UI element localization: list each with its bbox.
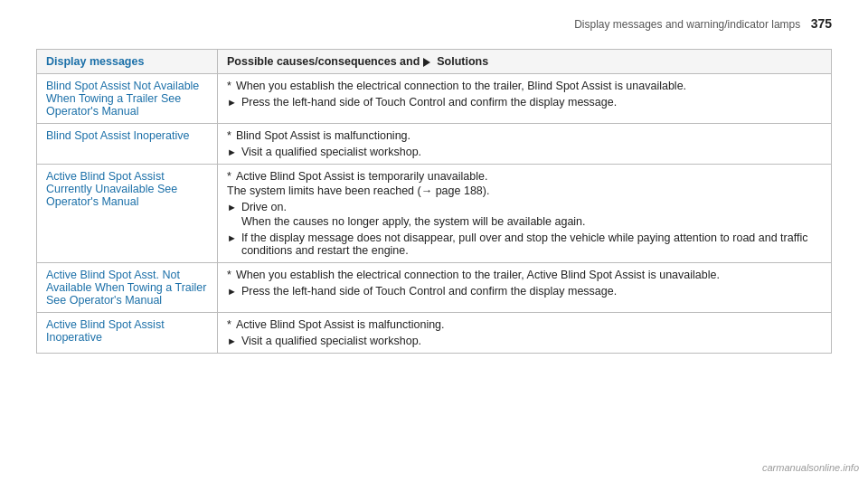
arrow-icon: ►: [227, 146, 237, 157]
arrow-icon: ►: [227, 97, 237, 108]
cause-text: Active Blind Spot Assist is malfunctioni…: [236, 318, 445, 331]
arrow-line: ►If the display message does not disappe…: [227, 232, 822, 257]
header-text: Display messages and warning/indicator l…: [574, 18, 800, 31]
arrow-line: ►Press the left-hand side of Touch Contr…: [227, 96, 822, 109]
page-header: Display messages and warning/indicator l…: [0, 0, 868, 40]
page-number: 375: [811, 16, 832, 31]
causes-cell: *When you establish the electrical conne…: [218, 74, 832, 124]
arrow-line: ►Press the left-hand side of Touch Contr…: [227, 285, 822, 298]
causes-cell: *When you establish the electrical conne…: [218, 263, 832, 313]
arrow-line: ►Visit a qualified specialist workshop.: [227, 335, 822, 347]
star-icon: *: [227, 269, 231, 281]
causes-cell: *Active Blind Spot Assist is temporarily…: [218, 165, 832, 263]
col2-header: Possible causes/consequences and Solutio…: [218, 50, 832, 74]
star-icon: *: [227, 170, 231, 183]
display-message-cell: Active Blind Spot Asst. Not Available Wh…: [37, 263, 218, 313]
cause-text: Active Blind Spot Assist is temporarily …: [236, 170, 488, 183]
display-messages-table: Display messages Possible causes/consequ…: [36, 49, 832, 354]
cause-text: Press the left-hand side of Touch Contro…: [241, 96, 617, 109]
causes-cell: *Active Blind Spot Assist is malfunction…: [218, 313, 832, 354]
display-message-cell: Active Blind Spot Assist Inoperative: [37, 313, 218, 354]
cause-text: Visit a qualified specialist workshop.: [241, 146, 421, 158]
cause-text: Drive on.: [241, 201, 287, 213]
display-message-cell: Blind Spot Assist Not Available When Tow…: [37, 74, 218, 124]
cause-text: If the display message does not disappea…: [241, 232, 822, 257]
arrow-icon: ►: [227, 232, 237, 243]
content-area: Display messages Possible causes/consequ…: [0, 40, 868, 372]
display-message-cell: Active Blind Spot Assist Currently Unava…: [37, 165, 218, 263]
cause-text: When you establish the electrical connec…: [236, 80, 686, 92]
table-row: Blind Spot Assist Inoperative*Blind Spot…: [37, 124, 832, 165]
cause-text: Visit a qualified specialist workshop.: [241, 335, 421, 347]
star-line: *Blind Spot Assist is malfunctioning.: [227, 129, 822, 142]
display-message-cell: Blind Spot Assist Inoperative: [37, 124, 218, 165]
plain-line: The system limits have been reached (→ p…: [227, 184, 822, 197]
table-row: Active Blind Spot Assist Currently Unava…: [37, 165, 832, 263]
table-row: Active Blind Spot Asst. Not Available Wh…: [37, 263, 832, 313]
star-icon: *: [227, 318, 231, 331]
table-row: Blind Spot Assist Not Available When Tow…: [37, 74, 832, 124]
watermark: carmanualsonline.info: [762, 462, 859, 473]
cause-text: When you establish the electrical connec…: [236, 269, 720, 281]
star-icon: *: [227, 80, 231, 92]
star-line: *When you establish the electrical conne…: [227, 269, 822, 281]
star-line: *Active Blind Spot Assist is temporarily…: [227, 170, 822, 183]
arrow-icon: ►: [227, 286, 237, 297]
cause-text: Press the left-hand side of Touch Contro…: [241, 285, 617, 298]
star-line: *Active Blind Spot Assist is malfunction…: [227, 318, 822, 331]
sub-text-line: When the causes no longer apply, the sys…: [241, 215, 822, 228]
cause-text: Blind Spot Assist is malfunctioning.: [236, 129, 410, 142]
table-row: Active Blind Spot Assist Inoperative*Act…: [37, 313, 832, 354]
star-line: *When you establish the electrical conne…: [227, 80, 822, 92]
arrow-icon: ►: [227, 336, 237, 346]
arrow-icon: ►: [227, 202, 237, 213]
solutions-label: Solutions: [437, 55, 488, 68]
solutions-arrow-icon: [423, 58, 430, 67]
causes-cell: *Blind Spot Assist is malfunctioning.►Vi…: [218, 124, 832, 165]
arrow-line: ►Drive on.: [227, 201, 822, 213]
arrow-line: ►Visit a qualified specialist workshop.: [227, 146, 822, 158]
col1-header: Display messages: [37, 50, 218, 74]
star-icon: *: [227, 129, 231, 142]
